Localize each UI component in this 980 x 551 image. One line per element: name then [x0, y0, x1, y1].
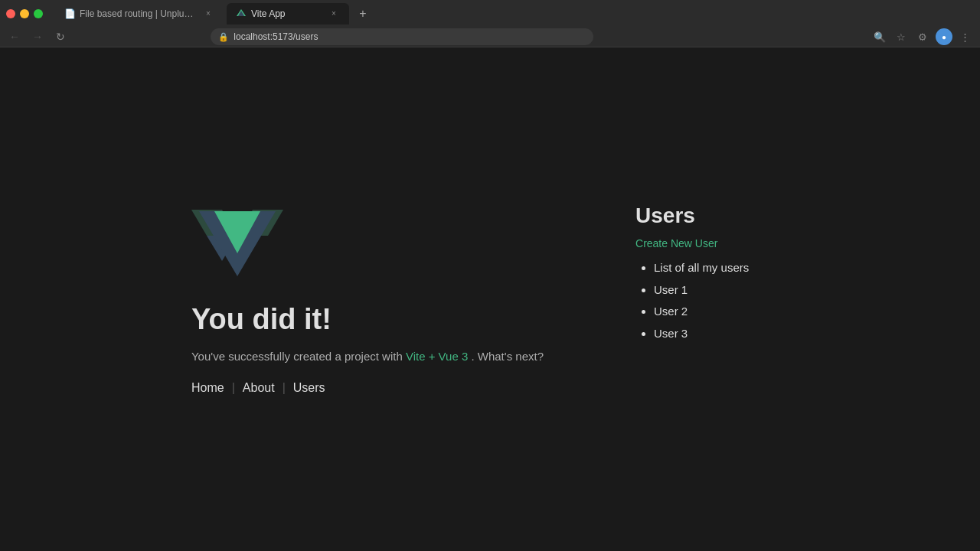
tab-2-close[interactable]: ×	[328, 8, 340, 20]
browser-tab-1[interactable]: 📄 File based routing | Unplugin... ×	[55, 3, 224, 24]
tab-2-label: Vite App	[251, 8, 323, 19]
main-nav: Home | About | Users	[191, 381, 544, 395]
new-tab-button[interactable]: +	[352, 3, 374, 24]
list-item: User 3	[654, 323, 789, 345]
nav-link-users[interactable]: Users	[293, 381, 325, 395]
extensions-icon[interactable]: ⚙	[914, 28, 931, 45]
nav-separator-1: |	[232, 381, 235, 395]
browser-chrome: 📄 File based routing | Unplugin... × Vit…	[0, 0, 980, 47]
address-bar[interactable]: 🔒 localhost:5173/users	[211, 28, 593, 45]
search-icon[interactable]: 🔍	[871, 28, 888, 45]
tab-2-favicon	[236, 8, 247, 19]
right-section: Users Create New User List of all my use…	[635, 204, 789, 344]
list-item: User 2	[654, 301, 789, 323]
description-prefix: You've successfully created a project wi…	[191, 350, 403, 363]
address-text: localhost:5173/users	[234, 31, 318, 42]
create-new-user-link[interactable]: Create New User	[635, 237, 789, 249]
vite-vue-link[interactable]: Vite + Vue 3	[406, 350, 468, 363]
menu-icon[interactable]: ⋮	[957, 28, 974, 45]
window-maximize-button[interactable]	[34, 9, 43, 18]
page-content: You did it! You've successfully created …	[0, 47, 980, 551]
tab-bar: 📄 File based routing | Unplugin... × Vit…	[0, 0, 980, 27]
vue-logo-container	[191, 204, 544, 291]
nav-separator-2: |	[283, 381, 286, 395]
window-minimize-button[interactable]	[20, 9, 29, 18]
window-controls	[6, 9, 43, 18]
main-container: You did it! You've successfully created …	[191, 204, 789, 395]
nav-link-home[interactable]: Home	[191, 381, 224, 395]
list-item: User 1	[654, 279, 789, 302]
list-item: List of all my users	[654, 257, 789, 279]
forward-button[interactable]: →	[29, 28, 46, 45]
profile-button[interactable]: ●	[936, 28, 952, 45]
page-description: You've successfully created a project wi…	[191, 348, 544, 366]
tab-1-favicon: 📄	[64, 8, 75, 19]
browser-tab-2[interactable]: Vite App ×	[227, 3, 349, 24]
page-heading: You did it!	[191, 303, 544, 336]
tab-1-close[interactable]: ×	[202, 8, 214, 20]
users-list: List of all my users User 1 User 2 User …	[635, 257, 789, 344]
left-section: You did it! You've successfully created …	[191, 204, 544, 395]
browser-actions: 🔍 ☆ ⚙ ● ⋮	[871, 28, 974, 45]
users-heading: Users	[635, 204, 789, 228]
description-suffix: . What's next?	[471, 350, 544, 363]
reload-button[interactable]: ↻	[52, 28, 69, 45]
address-lock-icon: 🔒	[218, 32, 229, 42]
nav-link-about[interactable]: About	[243, 381, 275, 395]
star-icon[interactable]: ☆	[893, 28, 910, 45]
window-close-button[interactable]	[6, 9, 15, 18]
tab-1-label: File based routing | Unplugin...	[80, 8, 198, 19]
vue-logo	[191, 204, 283, 288]
back-button[interactable]: ←	[6, 28, 23, 45]
address-bar-row: ← → ↻ 🔒 localhost:5173/users 🔍 ☆ ⚙ ● ⋮	[0, 27, 980, 47]
